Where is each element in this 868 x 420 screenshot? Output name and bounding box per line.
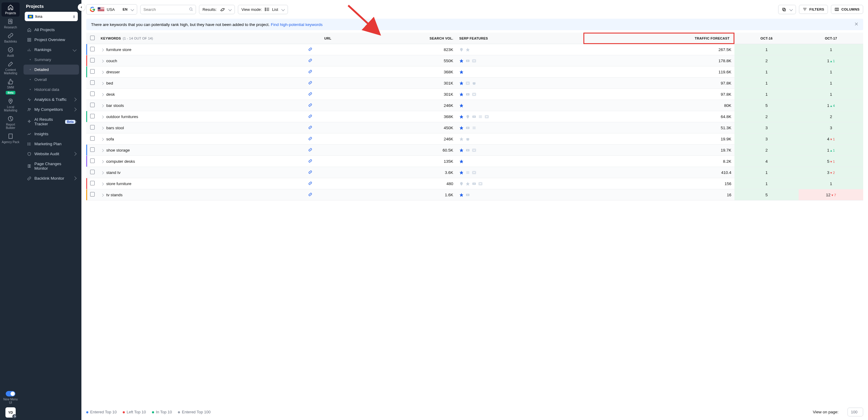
url-link-icon[interactable] [308, 48, 313, 52]
url-link-icon[interactable] [308, 193, 313, 197]
select-all-checkbox[interactable] [90, 36, 95, 40]
rail-content-marketing[interactable]: Content Marketing [1, 59, 20, 77]
search-input[interactable] [140, 5, 196, 14]
url-link-icon[interactable] [308, 115, 313, 119]
url-link-icon[interactable] [308, 148, 313, 153]
rail-backlinks[interactable]: Backlinks [1, 31, 20, 45]
sidebar-item-overall[interactable]: Overall [24, 75, 79, 85]
expand-icon[interactable] [101, 82, 104, 85]
sidebar-item-website-audit[interactable]: Website Audit [24, 149, 79, 159]
keyword-cell[interactable]: store furniture [98, 178, 305, 189]
col-oct-16[interactable]: OCT-16 [735, 33, 799, 44]
keyword-cell[interactable]: dresser [98, 66, 305, 78]
sidebar-item-detailed[interactable]: Detailed [24, 65, 79, 75]
col-serp-features[interactable]: SERP FEATURES [456, 33, 583, 44]
expand-icon[interactable] [101, 171, 104, 174]
sidebar-item-historical-data[interactable]: Historical data [24, 85, 79, 94]
keyword-cell[interactable]: shoe storage [98, 145, 305, 156]
keyword-cell[interactable]: tv stands [98, 189, 305, 200]
expand-icon[interactable] [101, 183, 104, 186]
expand-icon[interactable] [101, 93, 104, 96]
keyword-cell[interactable]: computer desks [98, 156, 305, 167]
row-checkbox[interactable] [90, 103, 95, 107]
sidebar-item-ai-results-tracker[interactable]: AI Results TrackerBeta [24, 114, 79, 129]
avatar[interactable]: YD [5, 407, 16, 418]
close-icon[interactable] [855, 22, 858, 27]
col-traffic-forecast[interactable]: TRAFFIC FORECAST [583, 33, 735, 44]
row-checkbox[interactable] [90, 170, 95, 174]
keyword-cell[interactable]: furniture store [98, 44, 305, 55]
row-checkbox[interactable] [90, 136, 95, 141]
rail-report-builder[interactable]: Report Builder [1, 114, 20, 131]
row-checkbox[interactable] [90, 181, 95, 186]
col-url[interactable]: URL [305, 33, 351, 44]
search-engine-selector[interactable]: USA EN [86, 4, 137, 15]
expand-icon[interactable] [101, 71, 104, 74]
sidebar-item-summary[interactable]: Summary [24, 55, 79, 65]
rail-local-marketing[interactable]: Local Marketing [1, 96, 20, 114]
url-link-icon[interactable] [308, 104, 313, 108]
columns-button[interactable]: COLUMNS [831, 5, 863, 14]
row-checkbox[interactable] [90, 192, 95, 197]
sidebar-collapse-button[interactable] [78, 4, 85, 11]
row-checkbox[interactable] [90, 47, 95, 51]
expand-icon[interactable] [101, 194, 104, 197]
sidebar-item-project-overview[interactable]: Project Overview [24, 35, 79, 45]
rail-audit[interactable]: Audit [1, 45, 20, 59]
new-menu-toggle[interactable]: New Menu UI [1, 389, 20, 406]
view-mode-selector[interactable]: View mode: List [238, 5, 288, 14]
url-link-icon[interactable] [308, 137, 313, 142]
row-checkbox[interactable] [90, 58, 95, 62]
expand-icon[interactable] [101, 104, 104, 107]
keyword-cell[interactable]: couch [98, 55, 305, 66]
row-checkbox[interactable] [90, 69, 95, 74]
col-keywords[interactable]: KEYWORDS (1 - 14 OUT OF 14) [98, 33, 305, 44]
url-link-icon[interactable] [308, 160, 313, 164]
expand-icon[interactable] [101, 160, 104, 163]
keyword-cell[interactable]: bars stool [98, 122, 305, 134]
keyword-cell[interactable]: stand tv [98, 167, 305, 178]
expand-icon[interactable] [101, 149, 104, 152]
row-checkbox[interactable] [90, 147, 95, 152]
sidebar-item-marketing-plan[interactable]: Marketing Plan [24, 139, 79, 149]
sidebar-item-all-projects[interactable]: All Projects [24, 25, 79, 35]
row-checkbox[interactable] [90, 159, 95, 163]
results-filter[interactable]: Results: [199, 5, 235, 14]
rail-agency-pack[interactable]: Agency Pack [1, 131, 20, 145]
rail-research[interactable]: Research [1, 17, 20, 31]
per-page-selector[interactable]: 100 [847, 408, 863, 416]
keyword-cell[interactable]: outdoor furnitures [98, 111, 305, 122]
rail-smm[interactable]: SMMBeta [1, 77, 20, 96]
row-checkbox[interactable] [90, 80, 95, 85]
expand-icon[interactable] [101, 115, 104, 118]
sidebar-item-page-changes-monitor[interactable]: Page Changes Monitor [24, 159, 79, 173]
keyword-cell[interactable]: desk [98, 89, 305, 100]
sidebar-item-rankings[interactable]: Rankings [24, 45, 79, 55]
col-search-vol[interactable]: SEARCH VOL. [351, 33, 456, 44]
expand-icon[interactable] [101, 127, 104, 130]
keyword-cell[interactable]: sofa [98, 134, 305, 145]
rail-projects[interactable]: Projects [1, 2, 20, 17]
url-link-icon[interactable] [308, 59, 313, 63]
sidebar-item-insights[interactable]: Insights [24, 129, 79, 139]
expand-icon[interactable] [101, 48, 104, 51]
row-checkbox[interactable] [90, 91, 95, 96]
filters-button[interactable]: FILTERS [799, 5, 828, 14]
url-link-icon[interactable] [308, 70, 313, 75]
sidebar-item-analytics-&-traffic[interactable]: Analytics & Traffic [24, 94, 79, 105]
copy-button[interactable] [778, 5, 796, 14]
url-link-icon[interactable] [308, 92, 313, 97]
keyword-cell[interactable]: bed [98, 78, 305, 89]
sidebar-item-backlink-monitor[interactable]: Backlink Monitor [24, 173, 79, 183]
expand-icon[interactable] [101, 138, 104, 141]
sidebar-item-my-competitors[interactable]: My Competitors [24, 105, 79, 114]
project-selector[interactable]: Ikea ▴▾ [25, 12, 78, 21]
expand-icon[interactable] [101, 59, 104, 62]
col-oct-17[interactable]: OCT-17 [799, 33, 863, 44]
url-link-icon[interactable] [308, 81, 313, 86]
url-link-icon[interactable] [308, 171, 313, 175]
find-keywords-link[interactable]: Find high-potential keywords [271, 22, 322, 27]
row-checkbox[interactable] [90, 114, 95, 118]
keyword-cell[interactable]: bar stools [98, 100, 305, 111]
url-link-icon[interactable] [308, 182, 313, 186]
